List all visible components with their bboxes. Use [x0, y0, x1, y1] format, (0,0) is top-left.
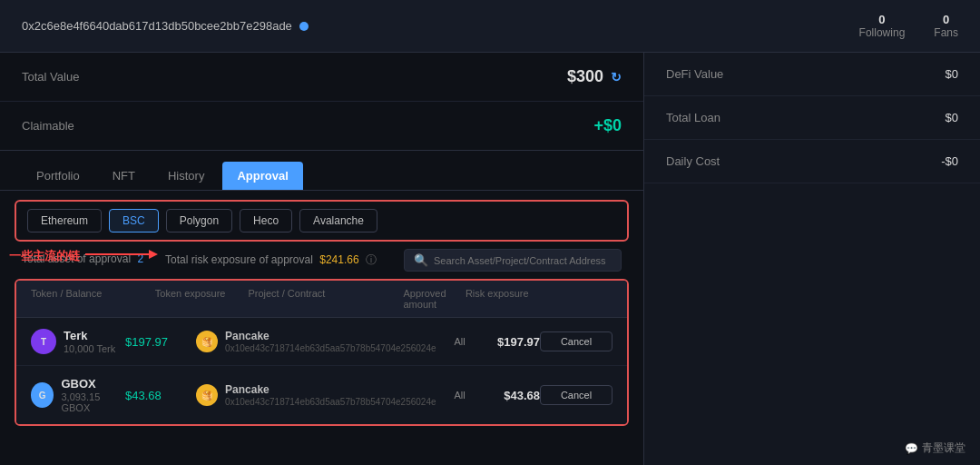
total-loan-value: $0 [946, 111, 958, 124]
token-balance-gbox: 3,093.15 GBOX [61, 391, 125, 413]
token-info-terk: Terk 10,000 Terk [64, 329, 115, 354]
tab-bar: Portfolio NFT History Approval [0, 151, 643, 191]
annotation-text: 一些主流的链 [9, 248, 80, 264]
tab-portfolio[interactable]: Portfolio [22, 162, 94, 190]
col-token: Token / Balance [31, 288, 155, 310]
pancake-icon-1: 🥞 [196, 331, 218, 352]
col-project: Project / Contract [248, 288, 403, 310]
fans-count: 0 [934, 13, 958, 26]
search-icon: 🔍 [414, 253, 428, 267]
claimable-value: +$0 [593, 116, 622, 135]
project-info-1: Pancake 0x10ed43c718714eb63d5aa57b78b547… [225, 330, 436, 353]
col-token-exposure: Token exposure [155, 288, 249, 310]
right-panel: DeFi Value $0 Total Loan $0 Daily Cost -… [644, 53, 980, 465]
wallet-address-text: 0x2c6e8e4f6640dab617d13db50bcee2bb7e298a… [22, 19, 292, 33]
contract-addr-1: 0x10ed43c718714eb63d5aa57b78b54704e25602… [225, 343, 436, 353]
watermark-text: 青墨课堂 [922, 440, 965, 456]
project-info-2: Pancake 0x10ed43c718714eb63d5aa57b78b547… [225, 383, 436, 407]
header-left: 0x2c6e8e4f6640dab617d13db50bcee2bb7e298a… [22, 19, 859, 33]
token-cell-2: G GBOX 3,093.15 GBOX [31, 377, 125, 413]
total-value-label: Total Value [22, 70, 79, 84]
project-cell-1: 🥞 Pancake 0x10ed43c718714eb63d5aa57b78b5… [196, 330, 436, 353]
wallet-dot-icon [299, 22, 309, 31]
approved-amount-2: All [436, 390, 484, 401]
total-risk-label: Total risk exposure of approval [165, 253, 313, 266]
total-risk-value: $241.66 [319, 253, 358, 266]
token-exposure-gbox: $43.68 [125, 389, 196, 402]
header-stats: 0 Following 0 Fans [859, 13, 958, 39]
watermark: 💬 青墨课堂 [905, 440, 965, 456]
total-value-row: Total Value $300 ↻ [0, 53, 643, 102]
token-cell-1: T Terk 10,000 Terk [31, 329, 125, 354]
svg-marker-1 [149, 250, 158, 259]
chain-btn-polygon[interactable]: Polygon [166, 209, 232, 232]
daily-cost-label: Daily Cost [666, 154, 720, 168]
tab-nft[interactable]: NFT [98, 162, 150, 190]
token-info-gbox: GBOX 3,093.15 GBOX [61, 377, 125, 413]
table-header: Token / Balance Token exposure Project /… [16, 281, 627, 318]
total-loan-row: Total Loan $0 [644, 96, 980, 140]
cancel-button-2[interactable]: Cancel [540, 385, 612, 405]
table-row: G GBOX 3,093.15 GBOX $43.68 🥞 Pancake 0x… [16, 366, 627, 424]
total-risk-text: Total risk exposure of approval $241.66 … [165, 252, 377, 268]
following-count: 0 [859, 13, 906, 26]
annotation: 一些主流的链 [9, 245, 158, 266]
contract-addr-2: 0x10ed43c718714eb63d5aa57b78b54704e25602… [225, 397, 436, 407]
daily-cost-value: -$0 [941, 154, 958, 168]
total-value-amount: $300 ↻ [567, 67, 622, 86]
token-balance-terk: 10,000 Terk [64, 343, 115, 354]
cancel-button-1[interactable]: Cancel [540, 331, 612, 351]
defi-value: $0 [946, 67, 958, 81]
fans-stat[interactable]: 0 Fans [934, 13, 958, 39]
project-name-1: Pancake [225, 330, 436, 342]
search-box[interactable]: 🔍 [404, 249, 622, 272]
summary-cards: Total Value $300 ↻ Claimable +$0 [0, 53, 643, 151]
table-row: T Terk 10,000 Terk $197.97 🥞 Pancake 0x1… [16, 318, 627, 366]
approval-table: Token / Balance Token exposure Project /… [15, 279, 629, 426]
chain-btn-bsc[interactable]: BSC [109, 209, 159, 232]
claimable-label: Claimable [22, 119, 74, 133]
token-exposure-terk: $197.97 [125, 335, 196, 349]
approved-amount-1: All [436, 336, 484, 347]
wallet-address-bar: 0x2c6e8e4f6640dab617d13db50bcee2bb7e298a… [22, 19, 859, 33]
info-icon: ⓘ [366, 253, 377, 266]
total-loan-label: Total Loan [666, 111, 720, 124]
following-stat[interactable]: 0 Following [859, 13, 906, 39]
tab-approval[interactable]: Approval [222, 162, 302, 190]
token-icon-terk: T [31, 329, 56, 354]
daily-cost-row: Daily Cost -$0 [644, 140, 980, 183]
refresh-icon[interactable]: ↻ [611, 70, 622, 84]
pancake-icon-2: 🥞 [196, 384, 218, 406]
fans-label: Fans [934, 26, 958, 39]
risk-exposure-2: $43.68 [484, 389, 540, 402]
header: 0x2c6e8e4f6640dab617d13db50bcee2bb7e298a… [0, 0, 980, 53]
col-action [540, 288, 612, 310]
token-icon-gbox: G [31, 382, 54, 408]
defi-value-row: DeFi Value $0 [644, 53, 980, 96]
risk-exposure-1: $197.97 [484, 335, 540, 349]
annotation-arrow [85, 245, 158, 263]
wechat-icon: 💬 [905, 442, 918, 455]
col-approved: Approved amount [403, 288, 465, 310]
project-name-2: Pancake [225, 383, 436, 396]
col-risk: Risk exposure [466, 288, 540, 310]
chain-btn-heco[interactable]: Heco [240, 209, 292, 232]
claimable-row: Claimable +$0 [0, 102, 643, 150]
project-cell-2: 🥞 Pancake 0x10ed43c718714eb63d5aa57b78b5… [196, 383, 436, 407]
defi-value-label: DeFi Value [666, 67, 723, 81]
search-input[interactable] [434, 255, 612, 266]
chain-filter-group: Ethereum BSC Polygon Heco Avalanche [15, 200, 629, 242]
token-name-terk: Terk [64, 329, 115, 342]
following-label: Following [859, 26, 906, 39]
chain-btn-ethereum[interactable]: Ethereum [27, 209, 102, 232]
tab-history[interactable]: History [153, 162, 219, 190]
token-name-gbox: GBOX [61, 377, 125, 391]
chain-btn-avalanche[interactable]: Avalanche [299, 209, 377, 232]
